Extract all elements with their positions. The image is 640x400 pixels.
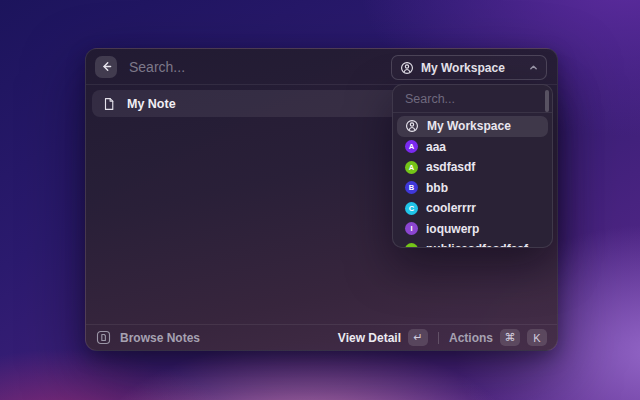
workspace-option-my-workspace[interactable]: My Workspace [397,116,548,137]
workspace-avatar: A [405,161,418,174]
footer-divider [438,332,439,344]
view-detail-action[interactable]: View Detail [338,331,401,345]
workspace-avatar: I [405,222,418,235]
footer-source-label: Browse Notes [120,331,200,345]
dropdown-search-input[interactable]: Search... [405,92,455,106]
actions-menu-button[interactable]: Actions [449,331,493,345]
desktop-background: Search... My Workspace [0,0,640,400]
workspace-avatar: P [405,243,418,248]
cmd-keycap[interactable]: ⌘ [500,329,520,346]
chevron-up-icon [529,63,538,72]
note-icon [102,97,116,111]
workspace-avatar: B [405,181,418,194]
dropdown-list: My Workspace A aaa A asdfasdf B bbb C co… [393,113,552,248]
workspace-dropdown: Search... My Workspace A aa [392,84,553,248]
k-keycap[interactable]: K [527,329,547,346]
arrow-left-icon [100,60,113,73]
user-circle-icon [400,61,414,75]
workspace-option-aaa[interactable]: A aaa [397,137,548,158]
workspace-avatar: A [405,140,418,153]
workspace-option-coolerrrr[interactable]: C coolerrrr [397,198,548,219]
workspace-option-asdfasdf[interactable]: A asdfasdf [397,157,548,178]
workspace-selector-label: My Workspace [421,61,522,75]
workspace-option-bbb[interactable]: B bbb [397,178,548,199]
browse-notes-icon [96,330,111,345]
workspace-selector-button[interactable]: My Workspace [391,55,547,80]
app-window: Search... My Workspace [85,48,558,351]
dropdown-search-row: Search... [393,85,552,113]
footer-left: Browse Notes [96,330,330,345]
back-button[interactable] [95,56,117,78]
workspace-option-publicasdfasdfasf[interactable]: P publicasdfasdfasf [397,239,548,248]
footer-bar: Browse Notes View Detail ↵ Actions ⌘ K [86,324,557,350]
user-circle-icon [405,119,419,133]
footer-actions: View Detail ↵ Actions ⌘ K [338,329,547,346]
search-header: Search... My Workspace [86,49,557,85]
enter-keycap[interactable]: ↵ [408,329,428,346]
dropdown-scrollbar[interactable] [545,90,549,112]
workspace-option-ioquwerp[interactable]: I ioquwerp [397,219,548,240]
workspace-avatar: C [405,202,418,215]
list-item-label: My Note [127,97,176,111]
